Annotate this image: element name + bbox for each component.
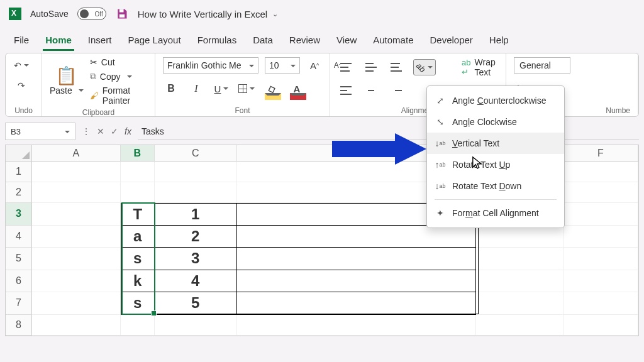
- col-header-b[interactable]: B: [121, 145, 155, 162]
- undo-button[interactable]: ↶: [13, 57, 30, 74]
- cell[interactable]: [564, 315, 638, 336]
- cell[interactable]: [121, 162, 155, 182]
- tab-insert[interactable]: Insert: [86, 31, 114, 49]
- align-bottom-icon[interactable]: [388, 59, 404, 75]
- cell[interactable]: [32, 292, 121, 315]
- cell[interactable]: [564, 270, 638, 293]
- paste-button[interactable]: Paste: [50, 85, 84, 96]
- enter-icon[interactable]: ✓: [111, 126, 118, 136]
- cell[interactable]: [155, 182, 237, 203]
- increase-font-icon[interactable]: A^: [306, 57, 323, 74]
- cell[interactable]: [32, 270, 121, 293]
- cell[interactable]: [32, 248, 121, 270]
- tab-file[interactable]: File: [11, 31, 31, 49]
- tab-review[interactable]: Review: [287, 31, 323, 49]
- name-box[interactable]: B3: [5, 123, 75, 140]
- cut-button[interactable]: ✂Cut: [90, 57, 147, 67]
- row-header-5[interactable]: 5: [6, 248, 32, 270]
- cell[interactable]: 1: [155, 203, 237, 226]
- cell[interactable]: s: [121, 248, 155, 270]
- col-header-c[interactable]: C: [155, 145, 237, 162]
- row-header-6[interactable]: 6: [6, 270, 32, 293]
- italic-button[interactable]: I: [188, 80, 204, 97]
- save-icon[interactable]: [115, 7, 129, 21]
- menu-angle-ccw[interactable]: ⤢Angle Counterclockwise: [427, 90, 564, 111]
- fx-icon[interactable]: fx: [125, 126, 131, 136]
- font-size-select[interactable]: 10: [265, 57, 300, 74]
- cell[interactable]: [32, 203, 121, 226]
- cell[interactable]: [564, 248, 638, 270]
- format-painter-button[interactable]: 🖌Format Painter: [90, 85, 147, 106]
- col-header-f[interactable]: F: [564, 145, 638, 162]
- select-all-corner[interactable]: [6, 145, 32, 162]
- cell[interactable]: [564, 203, 638, 226]
- copy-button[interactable]: ⧉Copy: [90, 71, 147, 82]
- menu-angle-cw[interactable]: ⤡Angle Clockwise: [427, 111, 564, 133]
- font-name-select[interactable]: Franklin Gothic Me: [163, 57, 258, 74]
- cell[interactable]: k: [121, 270, 155, 293]
- underline-button[interactable]: U: [213, 80, 230, 97]
- menu-rotate-up[interactable]: ↑abRotate Text Up: [427, 154, 564, 175]
- wrap-text-button[interactable]: ab↵ Wrap Text: [462, 57, 498, 77]
- menu-vertical-text[interactable]: ↓abVertical Text: [427, 133, 564, 154]
- cell[interactable]: [476, 248, 564, 270]
- tab-automate[interactable]: Automate: [370, 31, 416, 49]
- cell[interactable]: [121, 315, 155, 336]
- cell[interactable]: 5: [155, 292, 237, 315]
- cell[interactable]: [32, 315, 121, 336]
- cell[interactable]: [476, 270, 564, 293]
- cell[interactable]: [32, 162, 121, 182]
- cell[interactable]: [237, 270, 476, 293]
- cell[interactable]: T: [121, 203, 155, 226]
- row-header-7[interactable]: 7: [6, 292, 32, 315]
- tab-page-layout[interactable]: Page Layout: [125, 31, 183, 49]
- tab-data[interactable]: Data: [250, 31, 275, 49]
- align-right-icon[interactable]: [388, 82, 404, 99]
- cell[interactable]: 3: [155, 248, 237, 270]
- row-header-1[interactable]: 1: [6, 162, 32, 182]
- cell[interactable]: [155, 162, 237, 182]
- cell[interactable]: [237, 315, 476, 336]
- paste-icon[interactable]: 📋: [55, 68, 77, 84]
- cell[interactable]: [121, 182, 155, 203]
- menu-format-alignment[interactable]: ✦Format Cell Alignment: [427, 202, 564, 224]
- number-format-select[interactable]: General: [514, 57, 570, 74]
- fill-color-button[interactable]: ◇: [264, 80, 280, 97]
- cell[interactable]: [476, 292, 564, 315]
- cell[interactable]: 4: [155, 270, 237, 293]
- cell[interactable]: [237, 226, 476, 248]
- align-middle-icon[interactable]: [363, 59, 379, 75]
- orientation-button[interactable]: ab: [413, 59, 436, 75]
- cell[interactable]: [32, 226, 121, 248]
- cell[interactable]: [155, 315, 237, 336]
- cell[interactable]: s: [121, 292, 155, 315]
- tab-help[interactable]: Help: [487, 31, 511, 49]
- tab-developer[interactable]: Developer: [427, 31, 475, 49]
- title-chevron-icon[interactable]: ⌄: [272, 10, 278, 18]
- cell[interactable]: [237, 292, 476, 315]
- menu-rotate-down[interactable]: ↓abRotate Text Down: [427, 175, 564, 197]
- fx-menu-icon[interactable]: ⋮: [82, 126, 91, 136]
- cell[interactable]: [564, 226, 638, 248]
- cell[interactable]: [476, 226, 564, 248]
- cell[interactable]: [564, 292, 638, 315]
- cell[interactable]: [237, 248, 476, 270]
- col-header-a[interactable]: A: [32, 145, 121, 162]
- cell[interactable]: [32, 182, 121, 203]
- cell[interactable]: [564, 162, 638, 182]
- row-header-2[interactable]: 2: [6, 182, 32, 203]
- borders-button[interactable]: [238, 80, 255, 97]
- cell[interactable]: 2: [155, 226, 237, 248]
- cancel-icon[interactable]: ✕: [97, 126, 104, 136]
- font-color-button[interactable]: A: [289, 80, 305, 97]
- row-header-3[interactable]: 3: [6, 203, 32, 226]
- cell[interactable]: [564, 182, 638, 203]
- align-left-icon[interactable]: [338, 82, 354, 99]
- redo-button[interactable]: ↷: [13, 77, 30, 94]
- autosave-toggle[interactable]: Off: [77, 8, 106, 20]
- cell[interactable]: [476, 315, 564, 336]
- tab-formulas[interactable]: Formulas: [195, 31, 240, 49]
- row-header-4[interactable]: 4: [6, 226, 32, 248]
- align-center-icon[interactable]: [363, 82, 379, 99]
- align-top-icon[interactable]: [338, 59, 354, 75]
